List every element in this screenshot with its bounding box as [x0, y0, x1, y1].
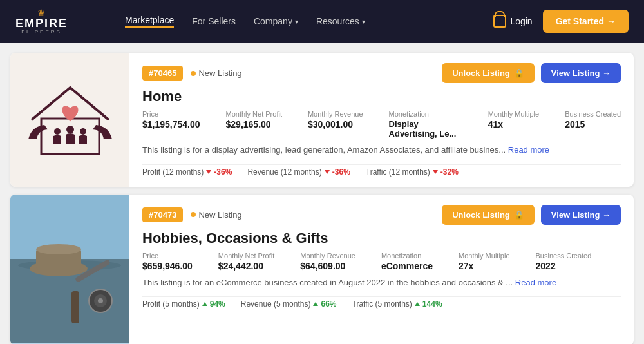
listing-actions-1: Unlock Listing 🔒 View Listing → — [442, 63, 621, 83]
new-listing-dot-1 — [191, 71, 196, 76]
revenue-value-1: -36% — [332, 167, 350, 177]
metric-revenue-1: Monthly Revenue $30,001.00 — [308, 110, 363, 129]
metric-created-label-2: Business Created — [536, 252, 592, 260]
metric-multiple-2: Monthly Multiple 27x — [459, 252, 509, 271]
listing-id-badge-2: #70473 — [142, 207, 183, 222]
traffic-value-1: -32% — [440, 167, 459, 177]
unlock-listing-button-2[interactable]: Unlock Listing 🔒 — [442, 205, 535, 225]
metric-price-2: Price $659,946.00 — [142, 252, 193, 271]
resources-arrow-icon: ▾ — [362, 18, 365, 25]
metric-netprofit-2: Monthly Net Profit $24,442.00 — [218, 252, 274, 271]
profit-value-2: 94% — [210, 300, 225, 309]
metric-multiple-label-1: Monthly Multiple — [488, 110, 539, 118]
metric-created-value-2: 2022 — [536, 261, 592, 271]
nav-resources[interactable]: Resources ▾ — [316, 16, 365, 26]
metric-multiple-1: Monthly Multiple 41x — [488, 110, 539, 129]
metric-price-label-1: Price — [142, 110, 200, 118]
metric-monetization-1: Monetization Display Advertising, Le... — [389, 110, 462, 139]
logo-sub: FLIPPERS — [21, 29, 62, 35]
nav-right: Login Get Started → — [493, 10, 629, 33]
get-started-button[interactable]: Get Started → — [543, 10, 629, 33]
metric-monetization-label-2: Monetization — [381, 252, 433, 260]
profit-arrow-down-1 — [206, 170, 211, 174]
revenue-arrow-up-2 — [313, 302, 318, 306]
listing-card-1: #70465 New Listing Unlock Listing 🔒 View… — [10, 53, 634, 187]
metric-monetization-2: Monetization eCommerce — [381, 252, 433, 271]
listing-title-1: Home — [142, 88, 621, 105]
metric-multiple-value-2: 27x — [459, 261, 509, 271]
listing-description-2: This listing is for an eCommerce busines… — [142, 276, 621, 289]
stat-revenue-1: Revenue (12 months) -36% — [247, 167, 350, 177]
new-listing-label-2: New Listing — [191, 210, 242, 220]
metric-netprofit-value-2: $24,442.00 — [218, 261, 274, 271]
nav-links: Marketplace For Sellers Company ▾ Resour… — [125, 15, 473, 28]
new-listing-dot-2 — [191, 212, 196, 217]
lock-icon-small-2: 🔒 — [514, 210, 524, 220]
nav-company[interactable]: Company ▾ — [254, 16, 298, 26]
unlock-listing-button-1[interactable]: Unlock Listing 🔒 — [442, 63, 535, 83]
read-more-link-1[interactable]: Read more — [508, 145, 549, 155]
svg-point-1 — [54, 128, 61, 135]
logo[interactable]: ♛ EMPIRE FLIPPERS — [15, 8, 68, 35]
listing-id-badge-1: #70465 — [142, 66, 183, 81]
metric-revenue-label-1: Monthly Revenue — [308, 110, 363, 118]
metric-price-value-2: $659,946.00 — [142, 261, 193, 271]
metric-netprofit-value-1: $29,165.00 — [226, 119, 282, 129]
metric-netprofit-label-2: Monthly Net Profit — [218, 252, 274, 260]
nav-marketplace[interactable]: Marketplace — [125, 15, 174, 28]
traffic-value-2: 144% — [422, 300, 442, 309]
revenue-value-2: 66% — [321, 300, 336, 309]
nav-for-sellers[interactable]: For Sellers — [192, 16, 236, 26]
metrics-row-2: Price $659,946.00 Monthly Net Profit $24… — [142, 252, 621, 271]
metric-revenue-2: Monthly Revenue $64,609.00 — [300, 252, 355, 271]
metric-created-value-1: 2015 — [565, 119, 621, 129]
listing-image-2 — [10, 195, 129, 345]
metric-revenue-label-2: Monthly Revenue — [300, 252, 355, 260]
listing-header-1: #70465 New Listing Unlock Listing 🔒 View… — [142, 63, 621, 83]
listing-body-2: #70473 New Listing Unlock Listing 🔒 View… — [129, 195, 634, 345]
logo-crown-icon: ♛ — [37, 8, 46, 17]
metrics-row-1: Price $1,195,754.00 Monthly Net Profit $… — [142, 110, 621, 139]
metric-revenue-value-2: $64,609.00 — [300, 261, 355, 271]
listing-actions-2: Unlock Listing 🔒 View Listing → — [442, 205, 621, 225]
logo-text: EMPIRE — [15, 17, 68, 29]
new-listing-label-1: New Listing — [191, 68, 242, 78]
svg-point-2 — [66, 126, 74, 133]
metric-price-label-2: Price — [142, 252, 193, 260]
listing-description-1: This listing is for a display advertisin… — [142, 144, 621, 157]
stat-traffic-1: Traffic (12 months) -32% — [366, 167, 459, 177]
profit-arrow-up-2 — [202, 302, 207, 306]
view-listing-button-2[interactable]: View Listing → — [541, 205, 621, 225]
profit-value-1: -36% — [214, 167, 232, 177]
svg-rect-14 — [71, 291, 79, 323]
listing-card-2: #70473 New Listing Unlock Listing 🔒 View… — [10, 195, 634, 345]
company-arrow-icon: ▾ — [295, 18, 298, 25]
view-listing-button-1[interactable]: View Listing → — [541, 63, 621, 83]
stat-profit-2: Profit (5 months) 94% — [142, 300, 225, 309]
lock-icon-small-1: 🔒 — [514, 68, 524, 78]
listing-header-left-1: #70465 New Listing — [142, 66, 242, 81]
svg-point-3 — [80, 128, 86, 135]
svg-point-9 — [36, 244, 81, 254]
read-more-link-2[interactable]: Read more — [515, 278, 556, 287]
metric-price-1: Price $1,195,754.00 — [142, 110, 200, 129]
login-button[interactable]: Login — [493, 15, 532, 28]
login-label: Login — [510, 16, 532, 26]
listing-header-left-2: #70473 New Listing — [142, 207, 242, 222]
metric-netprofit-1: Monthly Net Profit $29,165.00 — [226, 110, 282, 129]
revenue-arrow-down-1 — [325, 170, 330, 174]
traffic-arrow-down-1 — [433, 170, 438, 174]
lock-icon — [493, 15, 506, 28]
svg-point-13 — [98, 298, 103, 303]
metric-created-2: Business Created 2022 — [536, 252, 592, 271]
metric-multiple-value-1: 41x — [488, 119, 539, 129]
stat-traffic-2: Traffic (5 months) 144% — [352, 300, 442, 309]
stats-row-1: Profit (12 months) -36% Revenue (12 mont… — [142, 164, 621, 177]
navbar: ♛ EMPIRE FLIPPERS Marketplace For Seller… — [0, 0, 644, 43]
metric-created-1: Business Created 2015 — [565, 110, 621, 129]
stat-profit-1: Profit (12 months) -36% — [142, 167, 232, 177]
listing-header-2: #70473 New Listing Unlock Listing 🔒 View… — [142, 205, 621, 225]
metric-multiple-label-2: Monthly Multiple — [459, 252, 509, 260]
stats-row-2: Profit (5 months) 94% Revenue (5 months)… — [142, 296, 621, 309]
metric-revenue-value-1: $30,001.00 — [308, 119, 363, 129]
